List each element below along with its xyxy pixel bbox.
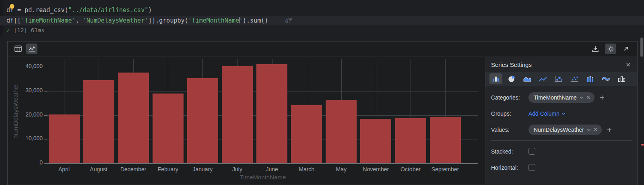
categories-row: Categories: TimeMonthName — [491, 92, 632, 103]
bar-december[interactable] — [118, 73, 149, 163]
y-tick-label: 40,000 — [8, 63, 43, 69]
values-label: Values: — [491, 127, 528, 133]
table-view-icon — [14, 46, 22, 52]
divider — [491, 140, 632, 141]
series-settings-rows: Categories: TimeMonthName Groups: Add Co… — [485, 86, 637, 173]
chart-view-button[interactable] — [26, 44, 37, 54]
settings-button[interactable] — [605, 44, 616, 54]
bar-august[interactable] — [83, 80, 114, 163]
chevron-down-icon[interactable] — [587, 129, 591, 131]
y-tick-label: 0 — [8, 159, 43, 166]
bar-october[interactable] — [395, 118, 426, 163]
pie-chart-button[interactable] — [505, 73, 518, 84]
code-text: ).sum() — [243, 17, 268, 24]
bar-febuary[interactable] — [153, 94, 184, 163]
groups-label: Groups: — [491, 110, 528, 117]
series-settings-panel: Series Settings ✕ Categories: TimeMonthN… — [485, 57, 637, 185]
code-text: ]].groupby( — [148, 17, 188, 24]
bar-september[interactable] — [430, 117, 461, 163]
bar-may[interactable] — [326, 100, 357, 163]
x-axis-line — [47, 163, 478, 164]
code-text: , — [76, 17, 83, 24]
horizontal-checkbox[interactable] — [528, 164, 535, 171]
code-text: df = pd.read_csv( — [6, 6, 68, 14]
bar-chart-button[interactable] — [489, 73, 502, 84]
y-tick-label: 30,000 — [8, 87, 43, 94]
groups-row: Groups: Add Column — [491, 108, 632, 119]
scatter-chart-button[interactable] — [568, 73, 580, 84]
chevron-down-icon[interactable] — [580, 96, 584, 99]
values-column-name: NumDelaysWeather — [534, 127, 584, 133]
vertical-scrollbar-thumb[interactable] — [640, 37, 643, 57]
x-axis-title: TimeMonthName — [47, 174, 478, 181]
bubble-chart-button[interactable] — [552, 73, 565, 84]
toolbar-actions — [590, 44, 632, 54]
add-category-button[interactable] — [600, 95, 605, 100]
code-editor: df = pd.read_csv("../data/airlines.csv")… — [0, 0, 644, 36]
add-value-button[interactable] — [607, 127, 612, 132]
bar-march[interactable] — [291, 105, 322, 163]
area-chart-icon — [523, 75, 532, 83]
code-line-1[interactable]: df = pd.read_csv("../data/airlines.csv") — [0, 5, 644, 15]
stacked-checkbox[interactable] — [528, 148, 535, 155]
categories-column-pill[interactable]: TimeMonthName — [528, 92, 594, 103]
pie-chart-icon — [508, 75, 516, 83]
remove-column-icon[interactable] — [586, 96, 590, 99]
line-chart-icon — [539, 75, 547, 83]
y-tick-label: 10,000 — [8, 135, 43, 141]
string-literal: ' — [239, 17, 243, 24]
chart-view-icon — [28, 46, 36, 52]
y-tick-label: 20,000 — [8, 111, 43, 118]
bar-chart-icon — [491, 75, 500, 83]
success-check-icon: ✓ — [6, 26, 10, 35]
settings-icon — [607, 45, 615, 53]
execution-result: ✓ [12] 61ms — [6, 26, 44, 35]
cell-output-panel: NumDelaysWeather TimeMonthName 010,00020… — [7, 41, 638, 185]
string-literal: 'TimeMonthName' — [21, 17, 75, 24]
bar-chart: NumDelaysWeather TimeMonthName 010,00020… — [8, 57, 484, 185]
bar-january[interactable] — [187, 78, 218, 163]
add-column-text: Add Column — [528, 110, 559, 117]
open-in-new-button[interactable] — [620, 44, 632, 54]
line-chart-button[interactable] — [537, 73, 549, 84]
bar-june[interactable] — [256, 64, 287, 163]
string-literal: 'TimeMonthName — [188, 17, 239, 24]
y-tick-mark — [44, 91, 47, 91]
code-text: ) — [148, 6, 152, 14]
values-column-pill[interactable]: NumDelaysWeather — [528, 125, 602, 135]
bar-november[interactable] — [360, 119, 391, 163]
y-tick-mark — [44, 139, 47, 139]
add-group-column-link[interactable]: Add Column — [528, 110, 566, 117]
stacked-row: Stacked: — [491, 146, 632, 157]
x-tick-label: September — [419, 166, 471, 173]
intention-bulb-icon[interactable] — [9, 4, 15, 12]
string-literal: 'NumDelaysWeather' — [83, 17, 149, 24]
code-line-2[interactable]: df[['TimeMonthName', 'NumDelaysWeather']… — [0, 16, 644, 25]
histogram-chart-button[interactable] — [615, 73, 627, 84]
column-scatter-chart-button[interactable] — [584, 73, 596, 84]
download-button[interactable] — [590, 44, 601, 54]
open-in-new-icon — [623, 46, 629, 52]
table-view-button[interactable] — [12, 44, 24, 54]
bar-july[interactable] — [222, 66, 253, 163]
remove-column-icon[interactable] — [594, 128, 597, 131]
view-switcher — [12, 44, 37, 54]
area-chart-button[interactable] — [521, 73, 533, 84]
stacked-label: Stacked: — [491, 148, 528, 155]
range-area-chart-button[interactable] — [599, 73, 612, 84]
series-settings-header: Series Settings ✕ — [485, 57, 637, 72]
chart-type-switcher — [485, 72, 637, 86]
y-tick-mark — [44, 67, 47, 67]
y-tick-mark — [44, 115, 47, 116]
execution-count: [12] — [14, 26, 27, 35]
close-icon[interactable]: ✕ — [625, 62, 631, 68]
bar-april[interactable] — [49, 114, 80, 163]
column-scatter-chart-icon — [586, 75, 594, 83]
output-toolbar — [8, 42, 637, 56]
range-area-chart-icon — [601, 75, 610, 83]
y-tick-mark — [44, 163, 47, 164]
error-stripe-mark[interactable] — [641, 144, 644, 146]
horizontal-label: Horizontal: — [491, 164, 528, 171]
histogram-chart-icon — [617, 75, 626, 83]
inlay-hint: df — [285, 17, 292, 24]
